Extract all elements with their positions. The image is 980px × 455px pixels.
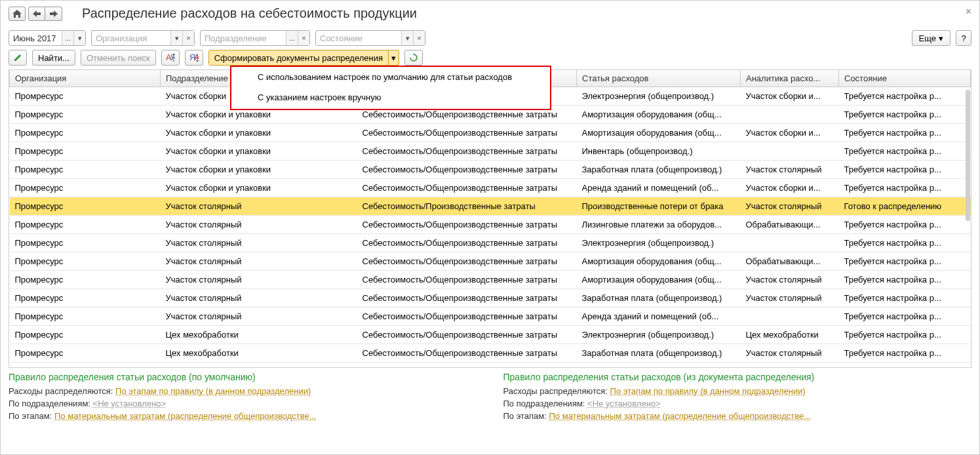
close-button[interactable]: ×	[966, 6, 971, 18]
table-row[interactable]: ПромресурсУчасток столярныйСебестоимость…	[10, 216, 971, 234]
col-header-exp[interactable]: Статья расходов	[577, 70, 741, 87]
cell-org: Промресурс	[10, 161, 161, 179]
footer-right-title: Правило распределения статьи расходов (и…	[503, 372, 972, 382]
cell-org: Промресурс	[10, 307, 161, 326]
cell-unit: Участок столярный	[161, 234, 357, 252]
table-row[interactable]: ПромресурсУчасток сборки и упаковкиСебес…	[10, 179, 971, 197]
back-button[interactable]	[28, 7, 45, 21]
stage-rule-link-2[interactable]: По материальным затратам (распределение …	[549, 411, 812, 421]
period-dots-button[interactable]: ...	[62, 31, 73, 45]
cell-exp: Амортизация оборудования (общ...	[577, 271, 741, 289]
refresh-icon	[409, 53, 418, 62]
cell-org: Промресурс	[10, 252, 161, 271]
state-input[interactable]	[316, 33, 401, 43]
distrib-rule-link[interactable]: По этапам по правилу (в данном подраздел…	[115, 386, 311, 396]
table-row[interactable]: ПромресурсУчасток сборки и упаковкиСебес…	[10, 161, 971, 179]
cell-org: Промресурс	[10, 179, 161, 197]
cell-unit: Цех мехобработки	[161, 326, 357, 344]
footer-label: Расходы распределяются:	[9, 386, 115, 396]
unit-rule-link-2[interactable]: <Не установлено>	[587, 399, 661, 408]
cancel-search-button[interactable]: Отменить поиск	[81, 50, 156, 66]
scrollbar[interactable]	[966, 90, 970, 221]
table-row[interactable]: ПромресурсУчасток столярныйСебестоимость…	[10, 197, 971, 216]
cell-an: Цех мехобработки	[741, 326, 839, 344]
home-button[interactable]	[9, 7, 26, 21]
cell-an: Участок сборки и...	[741, 87, 839, 106]
cell-exp: Производственные потери от брака	[577, 197, 741, 216]
cell-org: Промресурс	[10, 271, 161, 289]
table-row[interactable]: ПромресурсЦех мехобработкиСебестоимость/…	[10, 344, 971, 363]
col-header-org[interactable]: Организация	[10, 70, 161, 87]
table-row[interactable]: ПромресурсЦех мехобработкиСебестоимость/…	[10, 326, 971, 344]
arrow-right-icon	[50, 10, 58, 17]
table-row[interactable]: ПромресурсУчасток столярныйСебестоимость…	[10, 289, 971, 307]
cell-unit: Участок столярный	[161, 307, 357, 326]
cell-org: Промресурс	[10, 142, 161, 161]
table-row[interactable]: ПромресурсУчасток сборки и упаковкиСебес…	[10, 142, 971, 161]
cell-exp: Амортизация оборудования (общ...	[577, 106, 741, 124]
cell-state: Требуется настройка р...	[839, 289, 971, 307]
menu-item-manual-settings[interactable]: С указанием настроек вручную	[231, 87, 550, 109]
menu-item-default-settings[interactable]: С использованием настроек по умолчанию д…	[231, 67, 550, 87]
unit-dots-button[interactable]: ...	[286, 31, 298, 45]
refresh-button[interactable]	[404, 50, 423, 66]
cell-exp: Заработная плата (общепроизвод.)	[577, 161, 741, 179]
col-header-an[interactable]: Аналитика расхо...	[741, 70, 839, 87]
table-row[interactable]: ПромресурсУчасток столярныйСебестоимость…	[10, 271, 971, 289]
cell-dir: Себестоимость/Общепроизводственные затра…	[357, 252, 577, 271]
cell-state: Требуется настройка р...	[839, 216, 971, 234]
unit-input[interactable]	[201, 33, 286, 43]
cell-dir: Себестоимость/Общепроизводственные затра…	[357, 271, 577, 289]
form-docs-button[interactable]: Сформировать документы распределения	[208, 50, 389, 66]
distrib-rule-link-2[interactable]: По этапам по правилу (в данном подраздел…	[610, 386, 806, 396]
help-button[interactable]: ?	[956, 30, 971, 46]
period-selector[interactable]: ... ▾	[9, 30, 86, 46]
unit-rule-link[interactable]: <Не установлено>	[93, 399, 167, 408]
cell-state: Требуется настройка р...	[839, 142, 971, 161]
more-label: Еще	[919, 33, 936, 43]
state-filter[interactable]: ▾ ×	[315, 30, 425, 46]
table-row[interactable]: ПромресурсУчасток сборки и упаковкиСебес…	[10, 124, 971, 142]
edit-button[interactable]	[9, 50, 27, 66]
state-dropdown-button[interactable]: ▾	[401, 31, 413, 45]
cell-an: Участок столярный	[741, 197, 839, 216]
period-input[interactable]	[9, 33, 62, 43]
chevron-down-icon: ▾	[939, 33, 943, 43]
cell-dir: Себестоимость/Общепроизводственные затра…	[357, 326, 577, 344]
cell-dir: Себестоимость/Общепроизводственные затра…	[357, 307, 577, 326]
org-input[interactable]	[92, 33, 170, 43]
unit-filter[interactable]: ... ×	[200, 30, 310, 46]
period-dropdown-button[interactable]: ▾	[73, 31, 85, 45]
cell-dir: Себестоимость/Общепроизводственные затра…	[357, 179, 577, 197]
home-icon	[12, 10, 22, 18]
footer-left-title: Правило распределения статьи расходов (п…	[9, 372, 477, 382]
form-docs-dropdown-button[interactable]: ▾	[389, 50, 399, 66]
org-filter[interactable]: ▾ ×	[91, 30, 195, 46]
table-row[interactable]: ПромресурсУчасток столярныйСебестоимость…	[10, 252, 971, 271]
more-button[interactable]: Еще ▾	[912, 30, 951, 46]
unit-clear-button[interactable]: ×	[298, 31, 309, 45]
table-row[interactable]: ПромресурсУчасток столярныйСебестоимость…	[10, 307, 971, 326]
stage-rule-link[interactable]: По материальным затратам (распределение …	[54, 411, 317, 421]
forward-button[interactable]	[45, 7, 62, 21]
org-dropdown-button[interactable]: ▾	[170, 31, 182, 45]
cell-an	[741, 307, 839, 326]
cell-org: Промресурс	[10, 234, 161, 252]
cell-an: Участок сборки и...	[741, 124, 839, 142]
cell-state: Требуется настройка р...	[839, 307, 971, 326]
cell-dir: Себестоимость/Общепроизводственные затра…	[357, 142, 577, 161]
cell-state: Требуется настройка р...	[839, 344, 971, 363]
cell-dir: Себестоимость/Общепроизводственные затра…	[357, 161, 577, 179]
state-clear-button[interactable]: ×	[413, 31, 425, 45]
sort-asc-button[interactable]: АЯ	[161, 50, 180, 66]
cell-org: Промресурс	[10, 106, 161, 124]
cell-an	[741, 142, 839, 161]
sort-desc-button[interactable]: ЯА	[185, 50, 203, 66]
cell-dir: Себестоимость/Общепроизводственные затра…	[357, 216, 577, 234]
find-button[interactable]: Найти...	[32, 50, 75, 66]
table-row[interactable]: ПромресурсУчасток столярныйСебестоимость…	[10, 234, 971, 252]
cell-an: Обрабатывающи...	[741, 216, 839, 234]
col-header-state[interactable]: Состояние	[839, 70, 971, 87]
org-clear-button[interactable]: ×	[182, 31, 194, 45]
cell-exp: Заработная плата (общепроизвод.)	[577, 289, 741, 307]
